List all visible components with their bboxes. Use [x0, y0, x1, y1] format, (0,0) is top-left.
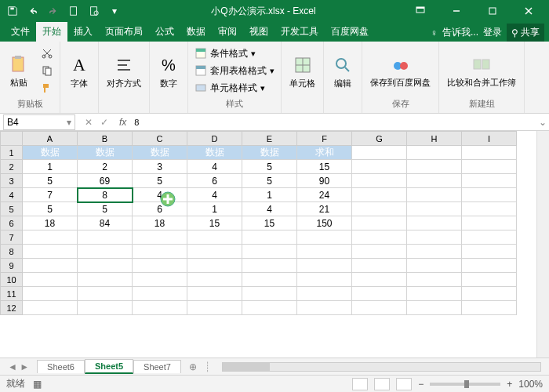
close-icon[interactable] [511, 0, 546, 22]
paste-button[interactable]: 粘贴 [3, 52, 35, 90]
cell[interactable] [133, 273, 187, 287]
cell[interactable] [352, 202, 407, 216]
sheet-tab[interactable]: Sheet5 [85, 359, 133, 374]
cell[interactable] [407, 230, 462, 245]
zoom-level[interactable]: 100% [518, 379, 543, 390]
cell[interactable] [407, 202, 462, 216]
redo-icon[interactable] [44, 2, 63, 20]
tab-baidu[interactable]: 百度网盘 [325, 22, 375, 42]
view-break-button[interactable] [396, 378, 412, 390]
cell[interactable] [187, 245, 242, 259]
cell[interactable] [462, 273, 517, 287]
cell[interactable] [352, 230, 407, 245]
fx-icon[interactable]: fx [115, 117, 131, 128]
cell[interactable] [78, 259, 133, 273]
cell[interactable]: 4 [187, 188, 242, 202]
cell[interactable] [407, 146, 462, 160]
row-header[interactable]: 9 [1, 259, 23, 273]
cell[interactable] [352, 188, 407, 202]
column-header[interactable]: I [462, 132, 517, 146]
cell[interactable]: 69 [78, 174, 133, 188]
cell[interactable] [462, 146, 517, 160]
cell[interactable] [407, 301, 462, 315]
cell[interactable] [297, 287, 352, 301]
cell[interactable] [407, 287, 462, 301]
cell[interactable] [462, 301, 517, 315]
tab-layout[interactable]: 页面布局 [99, 22, 149, 42]
column-header[interactable]: C [133, 132, 187, 146]
cell[interactable]: 数据 [242, 146, 297, 160]
cell[interactable] [242, 301, 297, 315]
cell[interactable] [407, 245, 462, 259]
column-header[interactable]: G [352, 132, 407, 146]
cell[interactable]: 21 [297, 202, 352, 216]
cell[interactable]: 90 [297, 174, 352, 188]
cell[interactable]: 18 [133, 216, 187, 230]
cell[interactable]: 数据 [23, 146, 78, 160]
row-header[interactable]: 2 [1, 160, 23, 174]
cell[interactable] [242, 259, 297, 273]
cell[interactable] [242, 230, 297, 245]
cell[interactable] [407, 160, 462, 174]
cell[interactable] [78, 273, 133, 287]
cell[interactable]: 84 [78, 216, 133, 230]
table-format-button[interactable]: 套用表格格式 ▾ [191, 63, 278, 78]
cell[interactable] [297, 259, 352, 273]
align-button[interactable]: 对齐方式 [102, 53, 146, 91]
cell[interactable]: 5 [242, 160, 297, 174]
formula-input[interactable]: 8 [131, 118, 536, 127]
tab-view[interactable]: 视图 [243, 22, 274, 42]
qat-more-icon[interactable]: ▾ [105, 2, 124, 20]
formula-expand-icon[interactable]: ⌄ [536, 117, 549, 128]
cell[interactable] [23, 245, 78, 259]
cell[interactable] [23, 273, 78, 287]
sheet-tab[interactable]: Sheet7 [133, 360, 181, 373]
cell[interactable] [187, 273, 242, 287]
cell[interactable]: 24 [297, 188, 352, 202]
row-header[interactable]: 8 [1, 245, 23, 259]
compare-merge-button[interactable]: 比较和合并工作簿 [442, 53, 521, 89]
format-painter-button[interactable] [38, 80, 56, 96]
tab-formula[interactable]: 公式 [149, 22, 180, 42]
row-header[interactable]: 7 [1, 230, 23, 245]
cell[interactable]: 1 [23, 160, 78, 174]
cell[interactable] [352, 146, 407, 160]
copy-button[interactable] [38, 63, 56, 78]
cell[interactable] [462, 259, 517, 273]
column-header[interactable]: A [23, 132, 78, 146]
view-layout-button[interactable] [374, 378, 390, 390]
maximize-icon[interactable] [475, 0, 510, 22]
cell-style-button[interactable]: 单元格样式 ▾ [191, 80, 278, 96]
cell[interactable] [242, 273, 297, 287]
enter-icon[interactable]: ✓ [97, 117, 111, 128]
cell[interactable] [242, 245, 297, 259]
cell[interactable] [297, 273, 352, 287]
cell[interactable]: 5 [242, 174, 297, 188]
zoom-out-button[interactable]: − [418, 379, 424, 390]
cell[interactable]: 18 [23, 216, 78, 230]
undo-icon[interactable] [24, 2, 42, 20]
share-button[interactable]: ⚲共享 [507, 24, 544, 42]
cell[interactable]: 8 [78, 188, 133, 202]
cell[interactable]: 数据 [187, 146, 242, 160]
cell[interactable] [462, 287, 517, 301]
cell[interactable]: 2 [78, 160, 133, 174]
column-header[interactable]: D [187, 132, 242, 146]
row-header[interactable]: 5 [1, 202, 23, 216]
cell[interactable] [407, 259, 462, 273]
horizontal-scrollbar[interactable] [222, 362, 541, 372]
cell[interactable] [352, 287, 407, 301]
new-icon[interactable] [64, 2, 83, 20]
cell[interactable] [187, 301, 242, 315]
signin-link[interactable]: 登录 [483, 26, 502, 39]
name-box[interactable]: B4▾ [3, 114, 75, 130]
cell[interactable] [23, 301, 78, 315]
cell[interactable] [297, 245, 352, 259]
number-button[interactable]: %数字 [153, 53, 184, 91]
tab-home[interactable]: 开始 [36, 22, 67, 42]
cell[interactable]: 6 [187, 174, 242, 188]
view-normal-button[interactable] [352, 378, 368, 390]
cell[interactable] [133, 301, 187, 315]
cell[interactable] [352, 216, 407, 230]
cell[interactable]: 6 [133, 202, 187, 216]
